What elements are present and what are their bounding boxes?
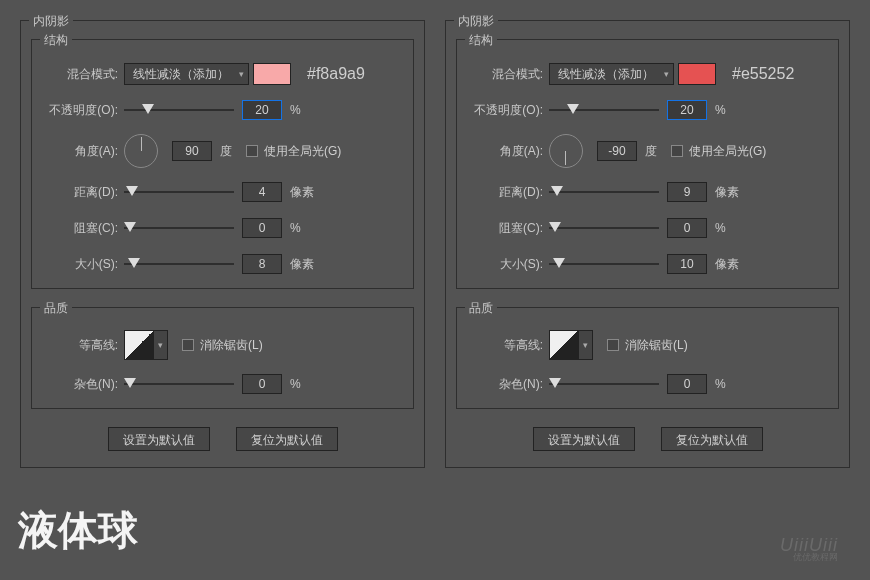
hex-label: #f8a9a9 [307,65,365,83]
blend-mode-label: 混合模式: [469,66,549,83]
structure-group: 结构 混合模式: 线性减淡（添加） ▾ #f8a9a9 不透明度(O): % [31,39,414,289]
shadow-color-swatch[interactable] [678,63,716,85]
angle-dial[interactable] [124,134,158,168]
antialias-label: 消除锯齿(L) [625,337,688,354]
watermark-sub: 优优教程网 [793,551,838,564]
pixel-unit: 像素 [715,256,739,273]
structure-title: 结构 [40,32,72,49]
noise-label: 杂色(N): [44,376,124,393]
antialias-checkbox[interactable] [182,339,194,351]
noise-slider[interactable] [124,376,234,392]
distance-label: 距离(D): [469,184,549,201]
degree-unit: 度 [645,143,657,160]
pixel-unit: 像素 [715,184,739,201]
angle-dial[interactable] [549,134,583,168]
opacity-slider[interactable] [549,102,659,118]
quality-title: 品质 [465,300,497,317]
global-light-label: 使用全局光(G) [689,143,766,160]
percent-unit: % [715,377,726,391]
size-label: 大小(S): [469,256,549,273]
antialias-label: 消除锯齿(L) [200,337,263,354]
opacity-input[interactable] [667,100,707,120]
global-light-checkbox[interactable] [246,145,258,157]
distance-slider[interactable] [124,184,234,200]
hex-label: #e55252 [732,65,794,83]
make-default-button[interactable]: 设置为默认值 [533,427,635,451]
distance-input[interactable] [242,182,282,202]
angle-label: 角度(A): [44,143,124,160]
chevron-down-icon: ▾ [239,69,244,79]
contour-label: 等高线: [44,337,124,354]
structure-group: 结构 混合模式: 线性减淡（添加） ▾ #e55252 不透明度(O): % [456,39,839,289]
size-slider[interactable] [124,256,234,272]
angle-input[interactable] [172,141,212,161]
opacity-slider[interactable] [124,102,234,118]
blend-mode-label: 混合模式: [44,66,124,83]
quality-group: 品质 等高线: ▾ 消除锯齿(L) 杂色(N): % [456,307,839,409]
angle-input[interactable] [597,141,637,161]
inner-shadow-panel-1: 内阴影 结构 混合模式: 线性减淡（添加） ▾ #e55252 不透明度(O): [445,20,850,468]
opacity-input[interactable] [242,100,282,120]
percent-unit: % [290,221,301,235]
contour-preview[interactable] [549,330,579,360]
quality-title: 品质 [40,300,72,317]
structure-title: 结构 [465,32,497,49]
contour-label: 等高线: [469,337,549,354]
choke-slider[interactable] [124,220,234,236]
distance-input[interactable] [667,182,707,202]
degree-unit: 度 [220,143,232,160]
choke-label: 阻塞(C): [469,220,549,237]
blend-mode-select[interactable]: 线性减淡（添加） ▾ [124,63,249,85]
blend-mode-value: 线性减淡（添加） [133,66,229,83]
global-light-checkbox[interactable] [671,145,683,157]
opacity-label: 不透明度(O): [44,102,124,119]
noise-input[interactable] [667,374,707,394]
size-input[interactable] [242,254,282,274]
contour-preview[interactable] [124,330,154,360]
panel-title: 内阴影 [29,13,73,30]
percent-unit: % [290,377,301,391]
distance-label: 距离(D): [44,184,124,201]
percent-unit: % [715,103,726,117]
contour-picker[interactable]: ▾ [579,330,593,360]
size-input[interactable] [667,254,707,274]
size-label: 大小(S): [44,256,124,273]
panel-title: 内阴影 [454,13,498,30]
angle-label: 角度(A): [469,143,549,160]
pixel-unit: 像素 [290,184,314,201]
noise-input[interactable] [242,374,282,394]
size-slider[interactable] [549,256,659,272]
choke-slider[interactable] [549,220,659,236]
reset-default-button[interactable]: 复位为默认值 [661,427,763,451]
chevron-down-icon: ▾ [664,69,669,79]
distance-slider[interactable] [549,184,659,200]
percent-unit: % [290,103,301,117]
contour-picker[interactable]: ▾ [154,330,168,360]
noise-slider[interactable] [549,376,659,392]
shadow-color-swatch[interactable] [253,63,291,85]
opacity-label: 不透明度(O): [469,102,549,119]
quality-group: 品质 等高线: ▾ 消除锯齿(L) 杂色(N): % [31,307,414,409]
choke-label: 阻塞(C): [44,220,124,237]
blend-mode-value: 线性减淡（添加） [558,66,654,83]
reset-default-button[interactable]: 复位为默认值 [236,427,338,451]
choke-input[interactable] [667,218,707,238]
footer-title: 液体球 [18,503,138,558]
make-default-button[interactable]: 设置为默认值 [108,427,210,451]
percent-unit: % [715,221,726,235]
pixel-unit: 像素 [290,256,314,273]
antialias-checkbox[interactable] [607,339,619,351]
inner-shadow-panel-0: 内阴影 结构 混合模式: 线性减淡（添加） ▾ #f8a9a9 不透明度(O): [20,20,425,468]
noise-label: 杂色(N): [469,376,549,393]
blend-mode-select[interactable]: 线性减淡（添加） ▾ [549,63,674,85]
choke-input[interactable] [242,218,282,238]
global-light-label: 使用全局光(G) [264,143,341,160]
